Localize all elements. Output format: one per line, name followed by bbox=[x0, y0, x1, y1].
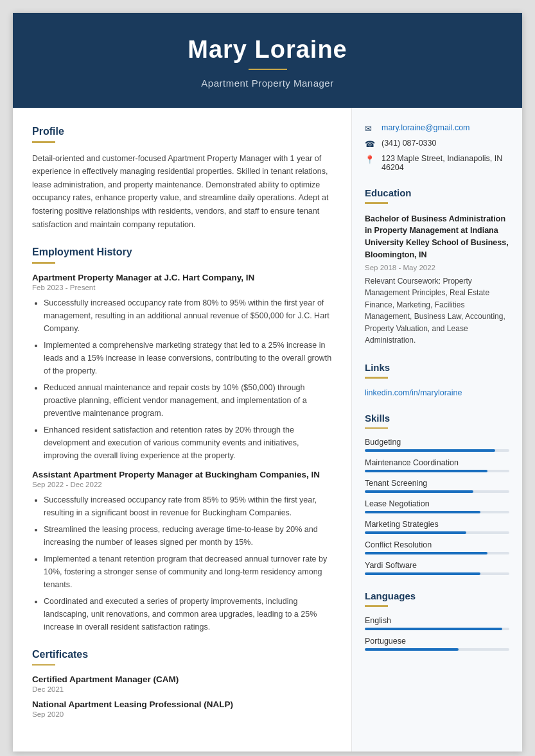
skill-bar-bg-6 bbox=[365, 572, 509, 575]
lang-bar-bg-0 bbox=[365, 628, 509, 630]
resume-body: Profile Detail-oriented and customer-foc… bbox=[13, 108, 522, 752]
edu-dates: Sep 2018 - May 2022 bbox=[365, 264, 509, 271]
contact-phone-item: ☎ (341) 087-0330 bbox=[365, 139, 509, 149]
skill-bar-fill-6 bbox=[365, 572, 480, 575]
edu-coursework: Relevant Coursework: Property Management… bbox=[365, 275, 509, 347]
job-2-bullet-1: Successfully increased occupancy rate fr… bbox=[44, 494, 333, 519]
job-2-dates: Sep 2022 - Dec 2022 bbox=[32, 481, 333, 488]
lang-name-0: English bbox=[365, 616, 509, 625]
skill-bar-bg-3 bbox=[365, 511, 509, 513]
lang-bar-fill-1 bbox=[365, 648, 459, 651]
contact-address: 123 Maple Street, Indianapolis, IN 46204 bbox=[382, 154, 509, 172]
skills-divider bbox=[365, 427, 388, 429]
resume-header: Mary Loraine Apartment Property Manager bbox=[13, 13, 522, 108]
skill-name-6: Yardi Software bbox=[365, 561, 509, 570]
links-divider bbox=[365, 377, 388, 379]
resume-container: Mary Loraine Apartment Property Manager … bbox=[13, 13, 522, 752]
skill-bar-fill-0 bbox=[365, 449, 495, 452]
links-title: Links bbox=[365, 362, 509, 373]
linkedin-link[interactable]: linkedin.com/in/maryloraine bbox=[365, 388, 462, 397]
skill-item-0: Budgeting bbox=[365, 438, 509, 452]
cert-1-title: Certified Apartment Manager (CAM) bbox=[32, 674, 333, 684]
contact-email-item: ✉ mary.loraine@gmail.com bbox=[365, 123, 509, 133]
languages-list: English Portuguese bbox=[365, 616, 509, 651]
lang-item-0: English bbox=[365, 616, 509, 630]
job-2-bullet-3: Implemented a tenant retention program t… bbox=[44, 553, 333, 591]
lang-bar-bg-1 bbox=[365, 648, 509, 651]
skill-item-6: Yardi Software bbox=[365, 561, 509, 575]
profile-section: Profile Detail-oriented and customer-foc… bbox=[32, 126, 333, 231]
cert-2: National Apartment Leasing Professional … bbox=[32, 700, 333, 718]
job-1-bullet-4: Enhanced resident satisfaction and reten… bbox=[44, 424, 333, 462]
edu-degree: Bachelor of Business Administration in P… bbox=[365, 213, 509, 261]
certificates-section: Certificates Certified Apartment Manager… bbox=[32, 649, 333, 719]
job-1-bullet-2: Implemented a comprehensive marketing st… bbox=[44, 339, 333, 377]
education-title: Education bbox=[365, 187, 509, 198]
location-icon: 📍 bbox=[365, 155, 376, 164]
skill-name-4: Marketing Strategies bbox=[365, 520, 509, 529]
skill-bar-fill-2 bbox=[365, 490, 473, 493]
skills-title: Skills bbox=[365, 413, 509, 424]
lang-item-1: Portuguese bbox=[365, 637, 509, 651]
skill-bar-bg-1 bbox=[365, 470, 509, 472]
lang-bar-fill-0 bbox=[365, 628, 502, 630]
skill-bar-fill-4 bbox=[365, 531, 466, 534]
languages-title: Languages bbox=[365, 590, 509, 601]
skill-item-2: Tenant Screening bbox=[365, 479, 509, 493]
certificates-title: Certificates bbox=[32, 649, 333, 660]
job-2-bullet-2: Streamlined the leasing process, reducin… bbox=[44, 523, 333, 549]
job-1: Apartment Property Manager at J.C. Hart … bbox=[32, 273, 333, 462]
cert-2-date: Sep 2020 bbox=[32, 710, 333, 718]
skill-name-2: Tenant Screening bbox=[365, 479, 509, 488]
candidate-title: Apartment Property Manager bbox=[26, 78, 509, 89]
cert-2-title: National Apartment Leasing Professional … bbox=[32, 700, 333, 709]
skill-item-3: Lease Negotiation bbox=[365, 499, 509, 513]
cert-1-date: Dec 2021 bbox=[32, 685, 333, 693]
contact-phone: (341) 087-0330 bbox=[382, 139, 436, 148]
contact-section: ✉ mary.loraine@gmail.com ☎ (341) 087-033… bbox=[365, 123, 509, 172]
skill-bar-bg-0 bbox=[365, 449, 509, 452]
languages-divider bbox=[365, 605, 388, 607]
employment-title: Employment History bbox=[32, 246, 333, 258]
header-underline bbox=[249, 69, 287, 70]
skill-bar-fill-5 bbox=[365, 552, 487, 554]
job-2: Assistant Apartment Property Manager at … bbox=[32, 470, 333, 633]
left-column: Profile Detail-oriented and customer-foc… bbox=[13, 108, 352, 752]
skills-section: Skills Budgeting Maintenance Coordinatio… bbox=[365, 413, 509, 576]
contact-address-item: 📍 123 Maple Street, Indianapolis, IN 462… bbox=[365, 154, 509, 172]
contact-email-link[interactable]: mary.loraine@gmail.com bbox=[382, 123, 470, 132]
lang-name-1: Portuguese bbox=[365, 637, 509, 646]
job-1-title: Apartment Property Manager at J.C. Hart … bbox=[32, 273, 333, 282]
skill-item-4: Marketing Strategies bbox=[365, 520, 509, 534]
skill-bar-bg-5 bbox=[365, 552, 509, 554]
education-divider bbox=[365, 202, 388, 204]
job-1-bullet-3: Reduced annual maintenance and repair co… bbox=[44, 381, 333, 420]
skill-bar-bg-2 bbox=[365, 490, 509, 493]
profile-title: Profile bbox=[32, 126, 333, 137]
skill-bar-fill-3 bbox=[365, 511, 480, 513]
profile-text: Detail-oriented and customer-focused Apa… bbox=[32, 152, 333, 232]
candidate-name: Mary Loraine bbox=[26, 36, 509, 64]
languages-section: Languages English Portuguese bbox=[365, 590, 509, 651]
skill-name-1: Maintenance Coordination bbox=[365, 458, 509, 467]
job-1-bullet-1: Successfully increased occupancy rate fr… bbox=[44, 296, 333, 335]
job-2-bullet-4: Coordinated and executed a series of pro… bbox=[44, 595, 333, 633]
skill-name-3: Lease Negotiation bbox=[365, 499, 509, 508]
skill-bar-bg-4 bbox=[365, 531, 509, 534]
skills-list: Budgeting Maintenance Coordination Tenan… bbox=[365, 438, 509, 575]
email-icon: ✉ bbox=[365, 124, 376, 133]
links-section: Links linkedin.com/in/maryloraine bbox=[365, 362, 509, 397]
education-section: Education Bachelor of Business Administr… bbox=[365, 187, 509, 347]
skill-name-0: Budgeting bbox=[365, 438, 509, 447]
skill-name-5: Conflict Resolution bbox=[365, 540, 509, 549]
job-2-bullets: Successfully increased occupancy rate fr… bbox=[32, 494, 333, 633]
job-1-dates: Feb 2023 - Present bbox=[32, 284, 333, 291]
cert-1: Certified Apartment Manager (CAM) Dec 20… bbox=[32, 674, 333, 693]
phone-icon: ☎ bbox=[365, 139, 376, 149]
employment-section: Employment History Apartment Property Ma… bbox=[32, 246, 333, 633]
right-column: ✉ mary.loraine@gmail.com ☎ (341) 087-033… bbox=[352, 108, 522, 752]
job-1-bullets: Successfully increased occupancy rate fr… bbox=[32, 296, 333, 462]
profile-divider bbox=[32, 141, 55, 143]
job-2-title: Assistant Apartment Property Manager at … bbox=[32, 470, 333, 479]
skill-bar-fill-1 bbox=[365, 470, 487, 472]
